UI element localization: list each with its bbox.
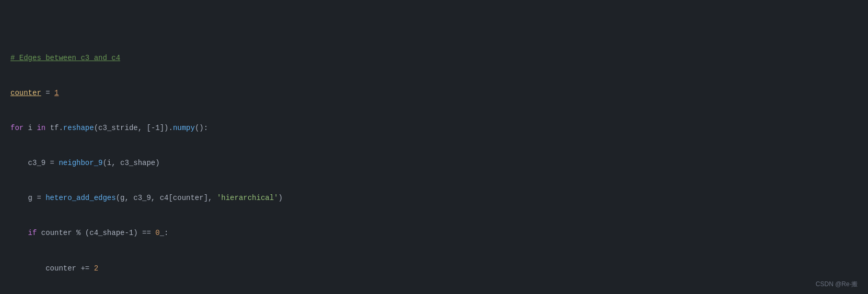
num-0-1: 0 (155, 229, 159, 237)
comment-text-1: # Edges between c3 and c4 (10, 54, 120, 62)
watermark-text: CSDN @Re·搬 (816, 280, 858, 289)
kw-for-1: for (10, 124, 24, 132)
line-g-assign-1: g = hetero_add_edges(g, c3_9, c4[counter… (10, 192, 858, 204)
str-hierarchical-1: 'hierarchical' (217, 194, 279, 202)
code-editor: # Edges between c3 and c4 counter = 1 fo… (0, 0, 868, 294)
var-counter-1: counter (10, 89, 41, 97)
line-if-counter-1: if counter % (c4_shape-1) == 0_: (10, 227, 858, 239)
fn-reshape-1: reshape (63, 124, 94, 132)
num-1-1: 1 (54, 89, 59, 97)
line-for-1: for i in tf.reshape(c3_stride, [-1]).num… (10, 122, 858, 134)
fn-hetero-1: hetero_add_edges (45, 194, 115, 202)
line-counter-plus2-1: counter += 2 (10, 263, 858, 274)
fn-neighbor9-1: neighbor_9 (59, 159, 102, 167)
kw-in-1: in (37, 124, 45, 132)
line-comment-1: # Edges between c3 and c4 (10, 52, 858, 64)
num-2-1: 2 (94, 264, 98, 273)
kw-if-1: if (28, 229, 37, 237)
line-counter-init-1: counter = 1 (10, 87, 858, 99)
line-c3-9: c3_9 = neighbor_9(i, c3_shape) (10, 157, 858, 169)
fn-numpy-1: numpy (173, 124, 195, 132)
